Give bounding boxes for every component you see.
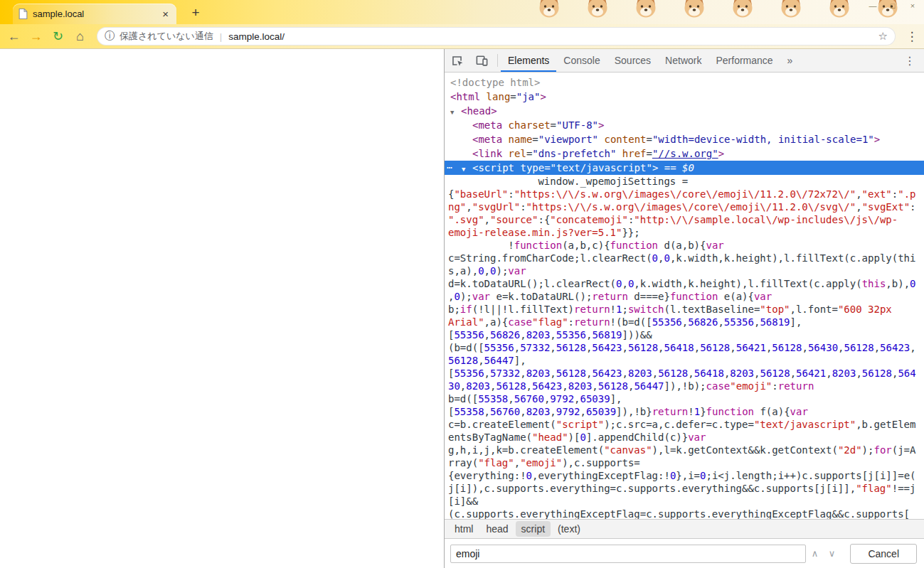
- script-source-line: j[i]),c.supports.everything=c.supports.e…: [445, 482, 924, 495]
- browser-window: sample.local × + — □ × ← → ↻ ⌂ ⓘ 保護されていな…: [0, 0, 924, 568]
- script-source-line: c=b.createElement("script");c.src=a,c.de…: [445, 418, 924, 431]
- tab-title: sample.local: [33, 9, 160, 19]
- url-text[interactable]: sample.local/: [228, 31, 285, 42]
- script-source-line: d=k.toDataURL();l.clearRect(0,0,k.width,…: [445, 277, 924, 290]
- omnibox-separator: |: [220, 31, 222, 42]
- forward-button[interactable]: →: [25, 26, 47, 47]
- find-bar: ∧ ∨ Cancel: [445, 538, 924, 568]
- dog-icon: [583, 0, 612, 21]
- dog-icon: [777, 0, 805, 21]
- tree-row[interactable]: <meta name="viewport" content="width=dev…: [445, 132, 924, 146]
- browser-tab[interactable]: sample.local ×: [13, 4, 176, 24]
- script-source-line: g,h,i,j,k=b.createElement("canvas"),l=k.…: [445, 444, 924, 456]
- devtools-tab-more[interactable]: »: [780, 49, 800, 72]
- device-toolbar-icon[interactable]: [469, 49, 494, 72]
- script-source-line: window._wpemojiSettings =: [445, 175, 924, 188]
- inspect-icon[interactable]: [445, 49, 469, 72]
- bookmark-star-icon[interactable]: ☆: [878, 30, 888, 43]
- script-source-line: [55356,57332,8203,56128,56423,8203,56128…: [445, 367, 924, 380]
- page-content[interactable]: [0, 49, 445, 568]
- breadcrumb-item-head[interactable]: head: [480, 521, 514, 537]
- page-favicon-icon: [18, 9, 28, 19]
- minimize-button[interactable]: —: [869, 1, 877, 10]
- dog-icon: [535, 0, 563, 21]
- devtools-tab-console[interactable]: Console: [556, 49, 607, 72]
- tree-row[interactable]: <html lang="ja">: [445, 90, 924, 104]
- script-source-line: (b=d([55356,57332,56128,56423,56128,5641…: [445, 341, 924, 354]
- script-source-line: ".svg","source":{"concatemoji":"http:\/\…: [445, 213, 924, 226]
- script-source-line: 30,8203,56128,56423,8203,56128,56447]),!…: [445, 380, 924, 392]
- script-source-line: [i]&&: [445, 495, 924, 508]
- breadcrumb: htmlheadscript(text): [445, 519, 924, 538]
- script-source-line: {"baseUrl":"https:\/\/s.w.org\/images\/c…: [445, 188, 924, 200]
- script-source-line: !function(a,b,c){function d(a,b){var: [445, 239, 924, 252]
- find-next-icon[interactable]: ∨: [823, 548, 840, 559]
- script-source-line: [55356,56826,8203,55356,56819]))&&: [445, 328, 924, 341]
- tree-row[interactable]: ▼<head>: [445, 104, 924, 118]
- dog-icon: [825, 0, 854, 21]
- tab-close-icon[interactable]: ×: [160, 8, 171, 20]
- tree-row-selected[interactable]: ⋯▼<script type="text/javascript"> == $0: [445, 161, 924, 175]
- dog-icon: [632, 0, 660, 21]
- tree-row[interactable]: <link rel="dns-prefetch" href="//s.w.org…: [445, 146, 924, 161]
- close-button[interactable]: ×: [908, 1, 917, 10]
- script-source-line: Arial",a){case"flag":return!(b=d([55356,…: [445, 316, 924, 328]
- find-previous-icon[interactable]: ∧: [806, 548, 823, 559]
- find-cancel-button[interactable]: Cancel: [850, 544, 917, 564]
- elements-tree: <!doctype html><html lang="ja">▼<head><m…: [445, 75, 924, 175]
- devtools-menu-icon[interactable]: ⋮: [896, 49, 924, 72]
- script-source-line: ,0);var e=k.toDataURL();return d===e}fun…: [445, 290, 924, 303]
- script-source-line: [55358,56760,8203,9792,65039]),!b}return…: [445, 405, 924, 418]
- devtools-tab-network[interactable]: Network: [658, 49, 708, 72]
- info-icon[interactable]: ⓘ: [105, 30, 115, 43]
- tree-row[interactable]: <meta charset="UTF-8">: [445, 118, 924, 132]
- script-source: window._wpemojiSettings ={"baseUrl":"htt…: [445, 175, 924, 519]
- script-source-line: b=d([55358,56760,9792,65039],: [445, 392, 924, 405]
- elements-panel: <!doctype html><html lang="ja">▼<head><m…: [445, 73, 924, 519]
- dog-icon: [728, 0, 757, 21]
- find-input[interactable]: [450, 545, 806, 563]
- breadcrumb-item-html[interactable]: html: [449, 521, 479, 537]
- tree-row[interactable]: <!doctype html>: [445, 75, 924, 90]
- dog-icon: [680, 0, 708, 21]
- devtools-tab-elements[interactable]: Elements: [501, 49, 556, 72]
- back-button[interactable]: ←: [3, 26, 25, 47]
- browser-menu-icon[interactable]: ⋮: [903, 29, 921, 44]
- browser-toolbar: ← → ↻ ⌂ ⓘ 保護されていない通信 | sample.local/ ☆ ⋮: [0, 24, 924, 49]
- security-label: 保護されていない通信: [120, 30, 213, 43]
- breadcrumb-item-text[interactable]: (text): [552, 521, 586, 537]
- script-source-line: ng","svgUrl":"https:\/\/s.w.org\/images\…: [445, 200, 924, 213]
- script-source-line: emoji-release.min.js?ver=5.1"}};: [445, 226, 924, 239]
- maximize-button[interactable]: □: [888, 1, 897, 10]
- tab-strip: sample.local × + — □ ×: [0, 0, 924, 24]
- script-source-line: 56128,56447],: [445, 354, 924, 367]
- toolbar-divider: [497, 54, 498, 67]
- address-bar[interactable]: ⓘ 保護されていない通信 | sample.local/ ☆: [97, 27, 896, 45]
- breadcrumb-item-script[interactable]: script: [516, 521, 551, 537]
- script-source-line: c=String.fromCharCode;l.clearRect(0,0,k.…: [445, 252, 924, 264]
- script-source-line: entsByTagName("head")[0].appendChild(c)}…: [445, 431, 924, 444]
- devtools-toolbar: ElementsConsoleSourcesNetworkPerformance…: [445, 49, 924, 73]
- new-tab-button[interactable]: +: [186, 5, 205, 21]
- devtools-tab-sources[interactable]: Sources: [607, 49, 658, 72]
- main-area: ElementsConsoleSourcesNetworkPerformance…: [0, 49, 924, 568]
- script-source-line: rray("flag","emoji"),c.supports=: [445, 456, 924, 469]
- home-button[interactable]: ⌂: [69, 26, 91, 47]
- devtools-panel: ElementsConsoleSourcesNetworkPerformance…: [445, 49, 924, 568]
- devtools-tabs: ElementsConsoleSourcesNetworkPerformance…: [501, 49, 800, 72]
- script-source-line: b;if(!l||!l.fillText)return!1;switch(l.t…: [445, 303, 924, 316]
- script-source-line: {everything:!0,everythingExceptFlag:!0},…: [445, 469, 924, 482]
- reload-button[interactable]: ↻: [47, 26, 69, 47]
- window-controls: — □ ×: [869, 1, 917, 10]
- devtools-tab-performance[interactable]: Performance: [708, 49, 780, 72]
- script-source-line: (c.supports.everythingExceptFlag=c.suppo…: [445, 508, 924, 519]
- script-source-line: s,a),0,0);var: [445, 264, 924, 277]
